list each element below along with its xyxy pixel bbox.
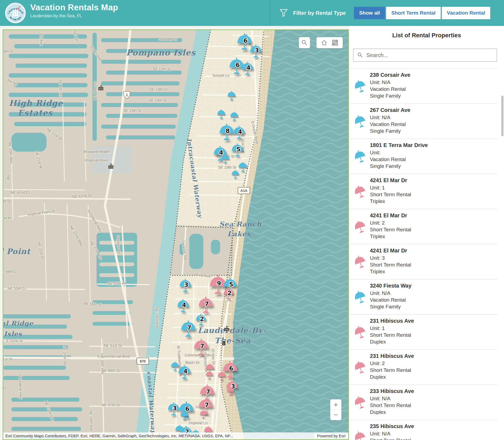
header-divider xyxy=(270,0,270,26)
list-item[interactable]: 233 Hibiscus AveUnit: N/AShort Term Rent… xyxy=(349,385,498,420)
street-label: E 52nd St xyxy=(6,339,23,343)
property-unit: Unit: N/A xyxy=(370,396,390,402)
search-icon xyxy=(357,52,363,58)
property-unit: Unit: 1 xyxy=(370,325,385,331)
list-item[interactable]: 4241 El Mar DrUnit: 2Short Term RentalTr… xyxy=(349,209,498,244)
property-unit: Unit: 2 xyxy=(370,361,385,366)
umbrella-icon xyxy=(353,290,366,306)
street-label: NE 49th St xyxy=(101,368,120,373)
filter-button-vacation[interactable]: Vacation Rental xyxy=(442,7,490,19)
home-icon[interactable] xyxy=(321,39,328,46)
page-title: Vacation Rentals Map xyxy=(30,3,118,12)
property-unit: Unit: N/A xyxy=(370,115,390,121)
list-item[interactable]: 267 Corsair AveUnit: N/AVacation RentalS… xyxy=(349,104,498,139)
property-address: 235 Hibiscus Ave xyxy=(370,423,414,429)
property-address: 4241 El Mar Dr xyxy=(370,248,407,254)
svg-text:5: 5 xyxy=(236,146,240,153)
property-address: 231 Hibiscus Ave xyxy=(370,353,414,359)
property-subtype: Single Family xyxy=(370,93,401,99)
app-header: LAUDERDALE BY-THE-SEA Vacation Rentals M… xyxy=(0,0,504,26)
street-label: oss xyxy=(3,385,6,389)
list-item[interactable]: 231 Hibiscus AveUnit: 1Short Term Rental… xyxy=(349,314,498,349)
property-rental-type: Short Term Rental xyxy=(370,402,411,408)
street-label: SE 15th St xyxy=(123,108,141,113)
street-label: 5th Ave xyxy=(39,33,44,46)
map-home-basemap-control[interactable] xyxy=(316,37,343,48)
street-label: Imperial Point xyxy=(85,158,108,162)
svg-text:7: 7 xyxy=(205,402,209,408)
search-icon xyxy=(301,39,308,46)
property-rental-type: Short Term Rental xyxy=(370,227,411,233)
street-label: El Mar Dr xyxy=(211,349,216,365)
street-label: Basin Dr xyxy=(185,360,200,365)
property-unit: Unit: xyxy=(370,150,380,156)
street-label: NE 25th Ave xyxy=(89,410,94,431)
zoom-out-button[interactable]: − xyxy=(330,410,341,420)
filter-label: Filter by Rental Type xyxy=(293,10,346,16)
property-subtype: Duplex xyxy=(370,409,386,415)
place-label: l Point xyxy=(3,247,31,256)
list-title: List of Rental Properties xyxy=(349,32,504,39)
list-item[interactable]: 4241 El Mar DrUnit: 3Short Term RentalTr… xyxy=(349,244,498,279)
list-item[interactable]: 235 Hibiscus AveUnit: N/AShort Term Rent… xyxy=(349,420,498,440)
property-subtype: Triplex xyxy=(370,198,385,204)
street-label: SE 10th St xyxy=(159,37,177,41)
svg-text:7: 7 xyxy=(206,388,210,395)
svg-text:2: 2 xyxy=(200,316,204,322)
zoom-in-button[interactable]: + xyxy=(330,399,341,410)
cluster-marker[interactable]: 8 xyxy=(222,340,226,347)
street-label: 0th St xyxy=(4,49,14,54)
scrollbar-thumb[interactable] xyxy=(501,96,503,136)
property-unit: Unit: 2 xyxy=(370,220,385,226)
place-label: Pompano Isles xyxy=(126,48,196,57)
property-address: 1801 E Terra Mar Drive xyxy=(370,142,428,148)
street-label: NE 24th Ter xyxy=(62,346,68,366)
svg-text:4: 4 xyxy=(183,368,187,375)
property-address: 3240 Fiesta Way xyxy=(370,283,412,289)
umbrella-icon xyxy=(353,185,366,201)
filter-button-short-term[interactable]: Short Term Rental xyxy=(386,7,440,19)
svg-text:870: 870 xyxy=(140,359,146,363)
street-label: NE 51st St xyxy=(104,343,122,348)
search-input[interactable] xyxy=(366,52,497,59)
street-label: SE 9th Ave xyxy=(93,81,97,100)
map-search-button[interactable] xyxy=(299,37,310,48)
list-item[interactable]: 238 Corsair AveUnit: N/AVacation RentalS… xyxy=(349,68,498,104)
street-label: NE xyxy=(6,175,11,180)
list-item[interactable]: 1801 E Terra Mar DriveUnit:Vacation Rent… xyxy=(349,139,498,174)
svg-text:7: 7 xyxy=(205,301,209,307)
basemap-icon[interactable] xyxy=(331,39,339,46)
svg-text:7: 7 xyxy=(200,343,204,349)
street-label: NE 33rd Ave xyxy=(155,307,160,328)
property-unit: Unit: N/A xyxy=(370,431,390,437)
highway-shield: 870 xyxy=(137,358,149,364)
property-subtype: Single Family xyxy=(370,163,401,169)
place-label: Sea Ranch xyxy=(219,220,262,228)
filter-button-show-all[interactable]: Show all xyxy=(354,7,385,19)
svg-text:4: 4 xyxy=(182,302,186,308)
page-subtitle: Lauderdale-by-the-Sea, FL xyxy=(30,14,118,18)
list-item[interactable]: 231 Hibiscus AveUnit: 2Short Term Rental… xyxy=(349,349,498,385)
svg-text:2: 2 xyxy=(227,290,231,296)
svg-text:4: 4 xyxy=(238,128,242,135)
property-address: 238 Corsair Ave xyxy=(370,72,410,78)
search-box[interactable] xyxy=(353,49,497,62)
svg-text:6: 6 xyxy=(185,405,189,412)
svg-text:1: 1 xyxy=(126,93,128,97)
property-unit: Unit: 1 xyxy=(370,185,385,191)
svg-text:4: 4 xyxy=(219,149,223,156)
street-label: SE 6th Ter xyxy=(58,79,63,97)
property-unit: Unit: N/A xyxy=(370,79,390,85)
place-label: Estates xyxy=(18,108,53,118)
map-zoom-control: + − xyxy=(330,399,341,420)
property-subtype: Triplex xyxy=(370,269,385,275)
map-canvas[interactable]: 0th St5th AveSE 7thSE 9th AveSE 10th St3… xyxy=(3,29,349,440)
list-item[interactable]: 4241 El Mar DrUnit: 1Short Term RentalTr… xyxy=(349,174,498,209)
property-subtype: Duplex xyxy=(370,374,386,380)
street-label: NE 62nd Ct xyxy=(11,190,30,195)
list-item[interactable]: 3240 Fiesta WayUnit: N/AVacation RentalS… xyxy=(349,279,498,314)
svg-text:7: 7 xyxy=(187,324,191,331)
town-seal-logo: LAUDERDALE BY-THE-SEA xyxy=(5,2,26,24)
street-label: SE 13th Ct xyxy=(149,87,168,92)
street-label: Sunset Ln xyxy=(212,73,229,78)
